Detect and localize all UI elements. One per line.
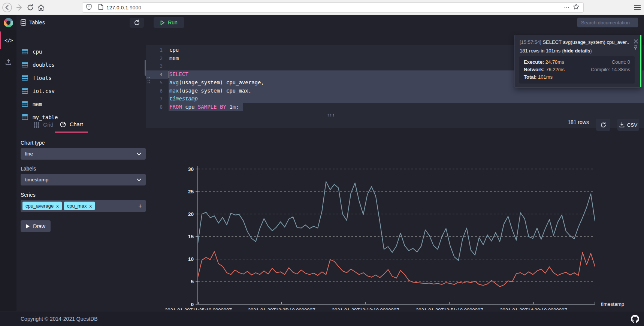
table-row[interactable]: cpu — [16, 45, 146, 58]
line-number: 2 — [146, 54, 163, 63]
y-tick-label: 30 — [188, 166, 194, 172]
refresh-results-button[interactable] — [596, 119, 610, 131]
search-documentation-field[interactable] — [581, 20, 634, 25]
x-tick-label: 2021-01-29T13:51:10.000000Z — [416, 307, 483, 310]
table-name: iot.csv — [33, 88, 55, 94]
execute-time: Execute: 24.78ms — [524, 59, 591, 66]
query-notification-popup: [15:57:54] SELECT avg(usage_system) cpu_… — [514, 35, 642, 88]
series-line-cpu_average — [198, 251, 595, 287]
table-icon — [22, 88, 28, 94]
remove-series-icon[interactable]: x — [56, 203, 59, 209]
chevron-down-icon — [137, 153, 141, 156]
upload-icon — [5, 59, 12, 65]
back-icon[interactable] — [2, 3, 12, 12]
horizontal-splitter-handle[interactable] — [327, 112, 335, 118]
toolbar-divider — [630, 3, 630, 12]
series-tag[interactable]: cpu_averagex — [22, 202, 62, 210]
rail-item-import[interactable] — [0, 53, 16, 70]
results-top-divider — [16, 117, 644, 117]
pie-chart-icon — [60, 121, 66, 127]
menu-hamburger-icon[interactable] — [632, 3, 642, 12]
questdb-logo[interactable] — [0, 15, 16, 30]
y-tick-label: 0 — [191, 302, 194, 307]
url-bar[interactable]: 127.0.0.1:9000 ⋯ — [82, 2, 584, 13]
refresh-tables-button[interactable] — [130, 18, 144, 28]
notification-summary: 181 rows in 101ms (hide details) — [520, 48, 592, 54]
code-line: timestamp — [169, 95, 198, 103]
labels-select[interactable]: timestamp — [21, 174, 146, 185]
shield-icon[interactable] — [86, 4, 92, 12]
tab-chart[interactable]: Chart — [55, 117, 88, 133]
notification-success-bar — [640, 35, 641, 87]
table-row[interactable]: mem — [16, 97, 146, 111]
table-row[interactable]: iot.csv — [16, 84, 146, 97]
footer: Copyright © 2014-2021 QuestDB — [0, 311, 644, 326]
code-line: FROM cpu SAMPLE BY 1m; — [169, 103, 239, 111]
y-tick-label: 20 — [188, 211, 194, 217]
chart-type-value: line — [25, 151, 33, 157]
bookmark-star-icon[interactable] — [573, 3, 580, 12]
line-number: 1 — [146, 46, 163, 54]
chart-type-select[interactable]: line — [21, 148, 146, 160]
play-outline-icon — [160, 20, 164, 25]
code-line: SELECT — [169, 70, 188, 79]
download-csv-button[interactable]: CSV — [617, 119, 639, 131]
table-row[interactable]: doubles — [16, 58, 146, 71]
tab-grid[interactable]: Grid — [34, 117, 53, 133]
questdb-logo-mark — [4, 18, 13, 27]
labels-label: Labels — [21, 166, 36, 172]
github-icon[interactable] — [631, 315, 639, 325]
table-row[interactable]: floats — [16, 71, 146, 84]
run-button-label: Run — [168, 19, 178, 25]
notification-title: [15:57:54] SELECT avg(usage_system) cpu_… — [520, 39, 629, 45]
series-tag[interactable]: cpu_maxx — [64, 202, 95, 210]
rail-item-console[interactable]: </> — [0, 31, 16, 49]
total-time: Total: 101ms — [524, 74, 591, 81]
draw-chart-button[interactable]: Draw — [21, 220, 51, 232]
home-icon[interactable] — [36, 3, 46, 12]
code-line: avg(usage_system) cpu_average, — [169, 79, 264, 87]
page-info-icon[interactable] — [98, 4, 103, 12]
editor-line: 6max(usage_system) cpu_max, — [146, 87, 644, 95]
x-tick-label: 2021-01-29T11:35:10.000000Z — [165, 307, 232, 310]
line-number: 6 — [146, 87, 163, 95]
table-name: mem — [33, 101, 42, 107]
code-line: max(usage_system) cpu_max, — [169, 87, 251, 95]
hide-details-link[interactable]: hide details — [563, 48, 590, 54]
count-value: Count: 0 — [591, 59, 630, 66]
reload-icon[interactable] — [25, 3, 35, 12]
run-query-button[interactable]: Run — [154, 17, 184, 28]
series-line-cpu_max — [198, 182, 595, 261]
remove-series-icon[interactable]: x — [89, 203, 92, 209]
page-actions-icon[interactable]: ⋯ — [564, 4, 570, 11]
x-tick-label: 2021-01-29T12:35:10.000000Z — [248, 307, 315, 310]
pin-icon[interactable] — [634, 45, 638, 51]
tables-panel-title: Tables — [29, 19, 45, 25]
add-series-icon[interactable]: + — [138, 202, 142, 210]
series-tag-label: cpu_average — [25, 203, 54, 209]
download-icon — [619, 122, 625, 127]
draw-button-label: Draw — [33, 223, 45, 229]
editor-line: 7timestamp — [146, 95, 644, 103]
line-number: 8 — [146, 103, 163, 111]
vertical-splitter-handle[interactable] — [147, 76, 151, 86]
series-input[interactable]: cpu_averagexcpu_maxx+ — [21, 200, 146, 212]
table-icon — [22, 62, 28, 67]
y-tick-label: 10 — [188, 256, 194, 262]
y-tick-label: 25 — [188, 189, 194, 194]
x-tick-label: 2021-01-29T13:13:10.000000Z — [332, 307, 399, 310]
series-tag-label: cpu_max — [67, 203, 87, 209]
row-count-label: 181 rows — [568, 119, 589, 125]
compile-time: Compile: 14.38ms — [591, 66, 630, 73]
chart-area[interactable]: 0510152025302021-01-29T11:35:10.000000Z2… — [165, 148, 643, 310]
close-icon[interactable] — [634, 38, 638, 45]
table-icon — [22, 49, 28, 54]
x-tick-label: 2021-01-29T14:29:10.000000Z — [500, 307, 567, 310]
forward-icon[interactable] — [15, 3, 25, 12]
table-name: cpu — [33, 49, 42, 55]
code-line: mem — [169, 54, 179, 63]
tab-grid-label: Grid — [43, 122, 53, 128]
chevron-down-icon — [137, 178, 141, 181]
search-documentation-input[interactable] — [577, 18, 638, 27]
url-text[interactable]: 127.0.0.1:9000 — [106, 5, 141, 10]
